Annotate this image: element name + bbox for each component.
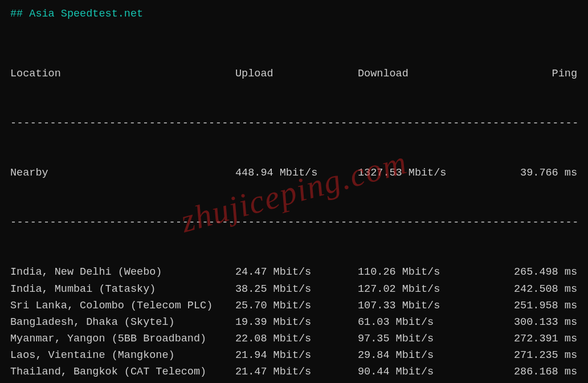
cell-location: India, New Delhi (Weebo) <box>10 264 235 280</box>
cell-upload: 21.47 Mbit/s <box>235 364 358 380</box>
table-row: Bangladesh, Dhaka (Skytel)19.39 Mbit/s61… <box>10 314 578 331</box>
cell-upload: 22.08 Mbit/s <box>235 331 358 347</box>
nearby-upload: 448.94 Mbit/s <box>235 165 358 181</box>
table-row: India, Mumbai (Tatasky)38.25 Mbit/s127.0… <box>10 281 578 298</box>
table-row: Myanmar, Yangon (5BB Broadband)22.08 Mbi… <box>10 331 578 347</box>
cell-ping: 271.235 ms <box>486 347 577 364</box>
cell-upload: 38.25 Mbit/s <box>235 281 358 298</box>
cell-ping: 300.133 ms <box>486 314 577 331</box>
table-row: Thailand, Bangkok (CAT Telecom)21.47 Mbi… <box>10 364 578 380</box>
cell-download: 106.44 Mbit/s <box>358 380 486 383</box>
table-row: Sri Lanka, Colombo (Telecom PLC)25.70 Mb… <box>10 298 578 314</box>
header-download: Download <box>358 66 486 82</box>
cell-location: Myanmar, Yangon (5BB Broadband) <box>10 331 235 347</box>
cell-location: India, Mumbai (Tatasky) <box>10 281 235 298</box>
divider: ----------------------------------------… <box>10 115 578 132</box>
header-location: Location <box>10 66 235 82</box>
table-row: Cambodia, Phnom Penh (Today)22.54 Mbit/s… <box>10 380 578 383</box>
cell-location: Sri Lanka, Colombo (Telecom PLC) <box>10 298 235 314</box>
cell-ping: 272.391 ms <box>486 331 577 347</box>
nearby-download: 1327.53 Mbit/s <box>358 165 486 181</box>
cell-ping: 265.498 ms <box>486 264 577 280</box>
cell-upload: 21.94 Mbit/s <box>235 347 358 364</box>
cell-ping: 242.508 ms <box>486 281 577 298</box>
cell-download: 127.02 Mbit/s <box>358 281 486 298</box>
cell-download: 90.44 Mbit/s <box>358 364 486 380</box>
cell-download: 29.84 Mbit/s <box>358 347 486 364</box>
cell-location: Bangladesh, Dhaka (Skytel) <box>10 314 235 331</box>
header-ping: Ping <box>486 66 577 82</box>
cell-upload: 22.54 Mbit/s <box>235 380 358 383</box>
nearby-ping: 39.766 ms <box>486 165 577 181</box>
cell-ping: 281.020 ms <box>486 380 577 383</box>
cell-upload: 24.47 Mbit/s <box>235 264 358 280</box>
nearby-row: Nearby 448.94 Mbit/s 1327.53 Mbit/s 39.7… <box>10 165 578 181</box>
table-header-row: Location Upload Download Ping <box>10 66 578 82</box>
cell-download: 107.33 Mbit/s <box>358 298 486 314</box>
section-title: ## Asia Speedtest.net <box>10 6 578 22</box>
table-row: India, New Delhi (Weebo)24.47 Mbit/s110.… <box>10 264 578 280</box>
cell-ping: 286.168 ms <box>486 364 577 380</box>
divider: ----------------------------------------… <box>10 214 578 231</box>
cell-location: Thailand, Bangkok (CAT Telecom) <box>10 364 235 380</box>
table-row: Laos, Vientaine (Mangkone)21.94 Mbit/s29… <box>10 347 578 364</box>
cell-download: 110.26 Mbit/s <box>358 264 486 280</box>
cell-ping: 251.958 ms <box>486 298 577 314</box>
cell-location: Laos, Vientaine (Mangkone) <box>10 347 235 364</box>
cell-download: 61.03 Mbit/s <box>358 314 486 331</box>
cell-location: Cambodia, Phnom Penh (Today) <box>10 380 235 383</box>
nearby-location: Nearby <box>10 165 235 181</box>
cell-upload: 19.39 Mbit/s <box>235 314 358 331</box>
speedtest-table: Location Upload Download Ping ----------… <box>10 32 578 383</box>
cell-download: 97.35 Mbit/s <box>358 331 486 347</box>
header-upload: Upload <box>235 66 358 82</box>
cell-upload: 25.70 Mbit/s <box>235 298 358 314</box>
